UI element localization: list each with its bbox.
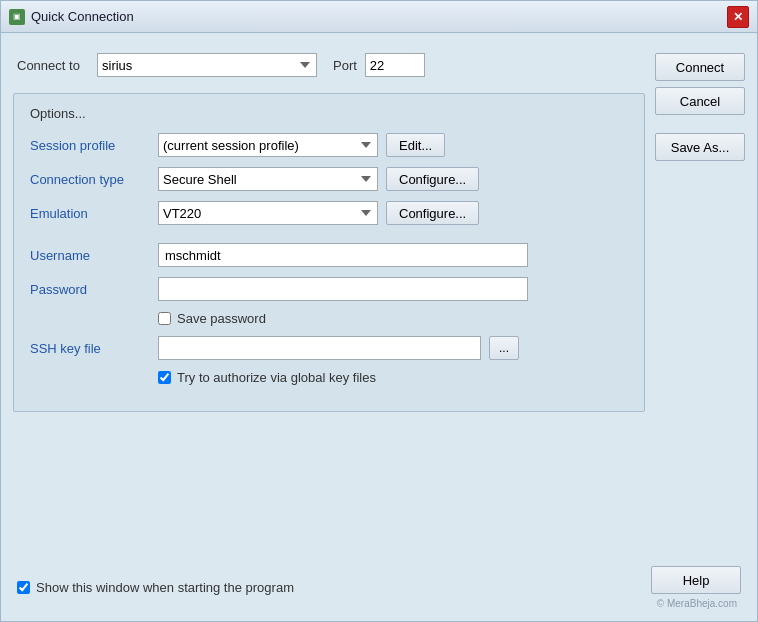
global-key-files-row: Try to authorize via global key files [158,370,628,385]
dialog-title: Quick Connection [31,9,134,24]
watermark: © MeraBheja.com [657,598,741,609]
connection-type-configure-button[interactable]: Configure... [386,167,479,191]
app-icon-text: ▣ [13,12,21,21]
save-as-button[interactable]: Save As... [655,133,745,161]
port-label: Port [333,58,357,73]
save-password-label[interactable]: Save password [177,311,266,326]
global-key-files-checkbox[interactable] [158,371,171,384]
browse-button[interactable]: ... [489,336,519,360]
username-input[interactable] [158,243,528,267]
title-bar-left: ▣ Quick Connection [9,9,134,25]
password-input[interactable] [158,277,528,301]
session-profile-select[interactable]: (current session profile) [158,133,378,157]
close-button[interactable]: ✕ [727,6,749,28]
emulation-configure-button[interactable]: Configure... [386,201,479,225]
password-row: Password [30,277,628,301]
show-window-checkbox[interactable] [17,581,30,594]
emulation-label: Emulation [30,206,150,221]
bottom-bar: Show this window when starting the progr… [1,558,757,621]
session-profile-label: Session profile [30,138,150,153]
side-buttons: Connect Cancel Save As... [655,45,745,546]
bottom-right: Help © MeraBheja.com [651,566,741,609]
options-legend: Options... [30,106,628,121]
global-key-files-label[interactable]: Try to authorize via global key files [177,370,376,385]
cancel-button[interactable]: Cancel [655,87,745,115]
edit-button[interactable]: Edit... [386,133,445,157]
ssh-key-file-label: SSH key file [30,341,150,356]
port-input[interactable] [365,53,425,77]
username-label: Username [30,248,150,263]
dialog-body: Connect to sirius Port Options... Sessio… [1,33,757,558]
connection-type-select[interactable]: Secure Shell [158,167,378,191]
show-window-label[interactable]: Show this window when starting the progr… [36,580,294,595]
connect-row: Connect to sirius Port [13,45,645,85]
options-group: Options... Session profile (current sess… [13,93,645,412]
session-profile-row: Session profile (current session profile… [30,133,628,157]
connect-button[interactable]: Connect [655,53,745,81]
save-password-row: Save password [158,311,628,326]
help-button[interactable]: Help [651,566,741,594]
connection-type-row: Connection type Secure Shell Configure..… [30,167,628,191]
connect-to-select[interactable]: sirius [97,53,317,77]
show-window-row: Show this window when starting the progr… [17,580,294,595]
emulation-row: Emulation VT220 Configure... [30,201,628,225]
emulation-select[interactable]: VT220 [158,201,378,225]
main-area: Connect to sirius Port Options... Sessio… [13,45,645,546]
connect-to-label: Connect to [17,58,89,73]
title-bar: ▣ Quick Connection ✕ [1,1,757,33]
app-icon: ▣ [9,9,25,25]
save-password-checkbox[interactable] [158,312,171,325]
quick-connection-dialog: ▣ Quick Connection ✕ Connect to sirius P… [0,0,758,622]
username-row: Username [30,243,628,267]
ssh-key-file-input[interactable] [158,336,481,360]
password-label: Password [30,282,150,297]
ssh-key-file-row: SSH key file ... [30,336,628,360]
connection-type-label: Connection type [30,172,150,187]
ssh-key-input-group: ... [158,336,519,360]
